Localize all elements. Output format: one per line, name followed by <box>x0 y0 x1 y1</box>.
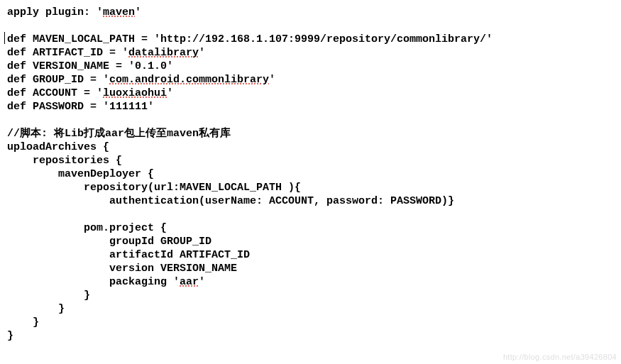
code-line: def GROUP_ID = 'com.android.commonlibrar… <box>7 74 275 86</box>
spellcheck-underline: com.android.commonlibrary <box>109 74 269 86</box>
spellcheck-underline: luoxiaohui <box>103 87 167 99</box>
code-line: } <box>7 330 13 342</box>
code-line: def VERSION_NAME = '0.1.0' <box>7 60 173 72</box>
code-line: apply plugin: 'maven' <box>7 6 141 18</box>
code-line: artifactId ARTIFACT_ID <box>7 249 250 261</box>
code-line: groupId GROUP_ID <box>7 236 211 248</box>
code-line: def ACCOUNT = 'luoxiaohui' <box>7 87 173 99</box>
code-line: repositories { <box>7 155 122 167</box>
code-line: } <box>7 316 39 329</box>
code-line: def ARTIFACT_ID = 'datalibrary' <box>7 47 205 59</box>
spellcheck-underline: aar <box>180 276 199 288</box>
code-line: def MAVEN_LOCAL_PATH = 'http://192.168.1… <box>7 33 493 45</box>
code-line: pom.project { <box>7 222 167 234</box>
watermark-text: http://blog.csdn.net/a39426804 <box>503 353 617 361</box>
code-line: authentication(userName: ACCOUNT, passwo… <box>7 195 454 207</box>
code-line: repository(url:MAVEN_LOCAL_PATH ){ <box>7 182 301 194</box>
code-line: def PASSWORD = '111111' <box>7 101 154 113</box>
code-snippet-page: apply plugin: 'maven' def MAVEN_LOCAL_PA… <box>0 0 621 364</box>
code-line: version VERSION_NAME <box>7 263 237 275</box>
spellcheck-underline: datalibrary <box>128 47 199 59</box>
code-block: apply plugin: 'maven' def MAVEN_LOCAL_PA… <box>0 0 621 343</box>
code-line: } <box>7 289 90 302</box>
spellcheck-underline: maven <box>103 6 135 18</box>
code-line: packaging 'aar' <box>7 276 205 288</box>
code-line: } <box>7 303 65 315</box>
text-cursor <box>4 32 5 44</box>
code-line: //脚本: 将Lib打成aar包上传至maven私有库 <box>7 128 231 140</box>
code-line: uploadArchives { <box>7 141 109 153</box>
code-line: mavenDeployer { <box>7 168 154 180</box>
